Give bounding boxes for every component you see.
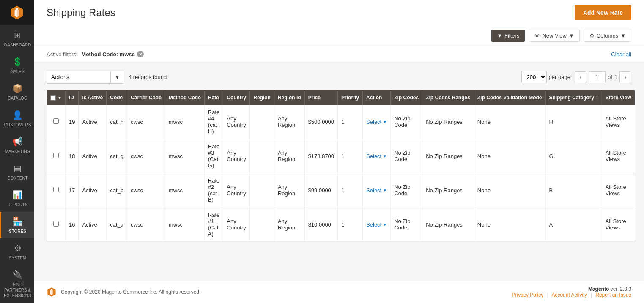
row-checkbox-cell [47, 139, 66, 173]
th-id: ID [65, 90, 78, 105]
cell-is-active: Active [79, 207, 107, 242]
gear-icon: ⚙ [589, 33, 595, 39]
marketing-icon: 📢 [12, 136, 23, 147]
cell-shipping-category: B [545, 173, 602, 207]
cell-is-active: Active [79, 105, 107, 139]
prev-page-button[interactable]: ‹ [575, 71, 586, 83]
cell-code: cat_g [107, 139, 127, 173]
th-store-view: Store View [602, 90, 635, 105]
next-page-button[interactable]: › [619, 71, 631, 83]
sidebar-item-stores[interactable]: 🏪 STORES [0, 212, 34, 238]
magento-label: Magento [588, 286, 609, 292]
cell-price: $178.8700 [304, 139, 337, 173]
row-checkbox-cell [47, 173, 66, 207]
cell-carrier-code: cwsc [127, 207, 165, 242]
svg-rect-3 [16, 8, 18, 10]
cell-region [250, 173, 274, 207]
cell-zip-codes-validation-mode: None [474, 139, 545, 173]
columns-button[interactable]: ⚙ Columns ▼ [584, 30, 631, 42]
filter-info: Active filters: Method Code: mwsc ✕ [47, 51, 144, 57]
row-checkbox-3[interactable] [53, 221, 59, 227]
sidebar-item-find-partners[interactable]: 🔌 FIND PARTNERS & EXTENSIONS [0, 265, 34, 303]
table-row: 19 Active cat_h cwsc mwsc Rate #4 (cat H… [47, 105, 635, 139]
privacy-policy-link[interactable]: Privacy Policy [512, 292, 544, 298]
sidebar-item-marketing[interactable]: 📢 MARKETING [0, 132, 34, 158]
row-checkbox-2[interactable] [53, 187, 59, 192]
filter-icon: ▼ [497, 33, 502, 39]
cell-zip-codes-validation-mode: None [474, 207, 545, 242]
report-issue-link[interactable]: Report an Issue [595, 292, 631, 298]
cell-carrier-code: cwsc [127, 139, 165, 173]
version-label: ver. 2.3.3 [611, 286, 631, 292]
th-zip-codes-ranges: Zip Codes Ranges [422, 90, 474, 105]
cell-id: 17 [65, 173, 78, 207]
actions-dropdown-wrapper: Actions ▼ [47, 71, 124, 84]
current-page-input[interactable] [589, 71, 606, 83]
sidebar-item-content[interactable]: ▤ CONTENT [0, 158, 34, 185]
th-region: Region [250, 90, 274, 105]
row-checkbox-1[interactable] [53, 153, 59, 158]
sidebar-item-customers-label: CUSTOMERS [4, 122, 31, 128]
footer-links: Privacy Policy | Account Activity | Repo… [512, 292, 631, 298]
actions-dropdown-button[interactable]: ▼ [110, 72, 124, 83]
sidebar-item-catalog[interactable]: 📦 CATALOG [0, 79, 34, 105]
account-activity-link[interactable]: Account Activity [551, 292, 587, 298]
cell-zip-codes: No Zip Code [391, 207, 422, 242]
sidebar-item-sales[interactable]: 💲 SALES [0, 52, 34, 79]
select-action-button-2[interactable]: Select ▼ [366, 187, 387, 194]
sidebar-item-content-label: CONTENT [7, 175, 27, 181]
sales-icon: 💲 [12, 56, 23, 67]
dashboard-icon: ⊞ [14, 30, 21, 41]
th-is-active: Is Active [79, 90, 107, 105]
system-icon: ⚙ [14, 243, 22, 254]
cell-method-code: mwsc [165, 105, 204, 139]
cell-shipping-category: A [545, 207, 602, 242]
reports-icon: 📊 [12, 189, 23, 200]
th-carrier-code: Carrier Code [127, 90, 165, 105]
select-action-button-3[interactable]: Select ▼ [366, 221, 387, 228]
cell-region-id: Any Region [274, 173, 304, 207]
actions-select[interactable]: Actions [47, 71, 110, 83]
checkbox-dropdown-icon[interactable]: ▼ [58, 96, 62, 100]
add-new-rate-button[interactable]: Add New Rate [575, 5, 631, 20]
th-checkbox: ▼ [47, 90, 66, 105]
per-page-wrapper: 200 per page [521, 71, 570, 83]
cell-method-code: mwsc [165, 173, 204, 207]
th-country: Country [223, 90, 250, 105]
select-all-checkbox[interactable] [50, 95, 56, 101]
cell-store-view: All Store Views [602, 139, 635, 173]
clear-all-link[interactable]: Clear all [611, 51, 631, 57]
sidebar-item-sales-label: SALES [11, 69, 24, 74]
new-view-button[interactable]: 👁 New View ▼ [529, 30, 579, 42]
filters-label: Filters [504, 33, 519, 39]
filter-tag-text: Method Code: mwsc [81, 51, 134, 57]
sidebar-item-system[interactable]: ⚙ SYSTEM [0, 238, 34, 265]
row-checkbox-cell [47, 105, 66, 139]
sidebar-item-reports-label: REPORTS [7, 202, 27, 207]
cell-region [250, 105, 274, 139]
filter-remove-button[interactable]: ✕ [137, 51, 144, 57]
table-row: 16 Active cat_a cwsc mwsc Rate #1 (Cat A… [47, 207, 635, 242]
catalog-icon: 📦 [12, 83, 23, 94]
sidebar-item-reports[interactable]: 📊 REPORTS [0, 185, 34, 212]
find-partners-icon: 🔌 [12, 269, 23, 280]
page-header: Shipping Rates Add New Rate [34, 0, 644, 25]
stores-icon: 🏪 [12, 216, 23, 227]
page-footer: Copyright © 2020 Magento Commerce Inc. A… [34, 281, 644, 303]
th-zip-codes-validation-mode: Zip Codes Validation Mode [474, 90, 545, 105]
sidebar-item-customers[interactable]: 👤 CUSTOMERS [0, 105, 34, 132]
cell-shipping-category: H [545, 105, 602, 139]
cell-country: Any Country [223, 105, 250, 139]
cell-zip-codes: No Zip Code [391, 105, 422, 139]
select-action-button-1[interactable]: Select ▼ [366, 153, 387, 159]
cell-zip-codes-ranges: No Zip Ranges [422, 105, 474, 139]
select-action-button-0[interactable]: Select ▼ [366, 119, 387, 125]
cell-id: 19 [65, 105, 78, 139]
row-checkbox-0[interactable] [53, 118, 59, 124]
cell-id: 18 [65, 139, 78, 173]
th-zip-codes: Zip Codes [391, 90, 422, 105]
sidebar-item-dashboard[interactable]: ⊞ DASHBOARD [0, 25, 34, 52]
filters-button[interactable]: ▼ Filters [491, 30, 525, 42]
per-page-select[interactable]: 200 [521, 71, 547, 83]
th-region-id: Region Id [274, 90, 304, 105]
